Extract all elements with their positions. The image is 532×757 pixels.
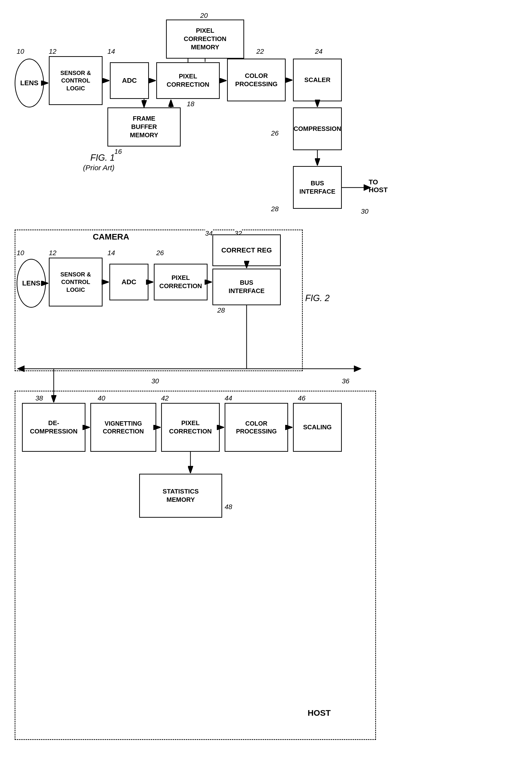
- sensor-box-fig1: SENSOR &CONTROLLOGIC: [49, 56, 103, 105]
- fig1-subtitle: (Prior Art): [83, 164, 114, 172]
- host-label: HOST: [308, 708, 331, 718]
- scaling-box: SCALING: [293, 403, 342, 452]
- ref-12-fig1: 12: [49, 47, 56, 55]
- ref-30-fig1: 30: [361, 208, 369, 215]
- to-host-label-fig1: TOHOST: [369, 178, 388, 194]
- svg-marker-26: [354, 366, 361, 372]
- fig1-title: FIG. 1: [90, 153, 115, 163]
- ref-28-fig2: 28: [217, 307, 225, 314]
- fig2-title: FIG. 2: [305, 293, 330, 303]
- bus-interface-box-fig2: BUSINTERFACE: [212, 269, 281, 305]
- ref-14-fig1: 14: [107, 47, 115, 55]
- vignetting-box: VIGNETTINGCORRECTION: [90, 403, 156, 452]
- ref-36-fig2: 36: [342, 377, 349, 385]
- color-processing-host-box: COLORPROCESSING: [224, 403, 288, 452]
- correct-reg-box: CORRECT REG: [212, 234, 281, 266]
- pixel-correction-box-fig1: PIXELCORRECTION: [156, 62, 220, 99]
- pixel-correction-memory-box: PIXELCORRECTIONMEMORY: [166, 19, 244, 59]
- statistics-memory-box: STATISTICSMEMORY: [139, 474, 222, 518]
- scaler-box-fig1: SCALER: [293, 59, 342, 101]
- ref-20: 20: [200, 12, 208, 19]
- pixel-correction-box-fig2: PIXELCORRECTION: [154, 264, 208, 300]
- adc-box-fig1: ADC: [110, 62, 149, 99]
- ref-10-fig1: 10: [16, 47, 24, 55]
- ref-38-fig2: 38: [35, 394, 43, 402]
- ref-28-fig1: 28: [271, 205, 279, 213]
- ref-42-fig2: 42: [161, 394, 169, 402]
- ref-24-fig1: 24: [315, 47, 322, 55]
- pixel-correction-host-box: PIXELCORRECTION: [161, 403, 220, 452]
- ref-26-fig2: 26: [156, 249, 164, 257]
- frame-buffer-box-fig1: FRAMEBUFFERMEMORY: [107, 107, 181, 146]
- ref-16-fig1: 16: [114, 148, 122, 156]
- diagram-container: 20 PIXELCORRECTIONMEMORY 10 12 14 22 24 …: [0, 0, 532, 757]
- color-processing-box-fig1: COLORPROCESSING: [227, 59, 286, 101]
- ref-26-fig1: 26: [271, 130, 279, 137]
- ref-18-fig1: 18: [187, 100, 194, 108]
- adc-box-fig2: ADC: [109, 264, 148, 300]
- ref-22-fig1: 22: [256, 47, 264, 55]
- ref-14-fig2: 14: [107, 249, 115, 257]
- lens-oval-fig2: LENS: [16, 259, 46, 308]
- ref-48-fig2: 48: [224, 503, 232, 511]
- lens-oval-fig1: LENS: [15, 59, 44, 107]
- ref-10-fig2: 10: [16, 249, 24, 257]
- bus-interface-box-fig1: BUSINTERFACE: [293, 166, 342, 209]
- ref-12-fig2: 12: [49, 249, 56, 257]
- ref-34-fig2: 34: [205, 229, 213, 237]
- sensor-box-fig2: SENSOR &CONTROLLOGIC: [49, 257, 103, 307]
- de-compression-box: DE-COMPRESSION: [22, 403, 85, 452]
- compression-box-fig1: COMPRESSION: [293, 107, 342, 150]
- ref-46-fig2: 46: [298, 394, 306, 402]
- camera-label: CAMERA: [93, 232, 129, 241]
- ref-30-fig2: 30: [151, 377, 159, 385]
- ref-44-fig2: 44: [224, 394, 232, 402]
- ref-40-fig2: 40: [98, 394, 105, 402]
